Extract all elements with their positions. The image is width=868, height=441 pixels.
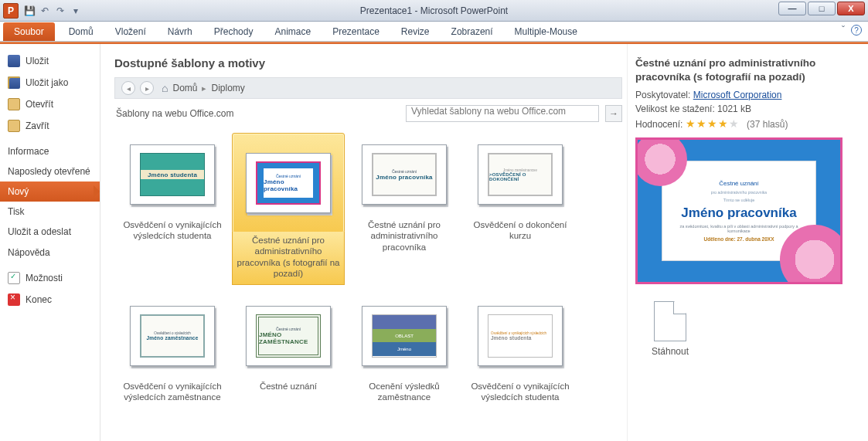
nav-print[interactable]: Tisk — [0, 202, 100, 222]
ribbon-tab-transitions[interactable]: Přechody — [203, 22, 264, 41]
crumb-category[interactable]: Diplomy — [211, 83, 244, 93]
thumb-text: Jméno zaměstnance — [147, 335, 199, 341]
template-caption: Ocenění výsledků zaměstnance — [348, 378, 461, 412]
nav-close-label: Zavřít — [26, 120, 49, 131]
rating-label: Hodnocení: — [635, 119, 682, 130]
details-title: Čestné uznání pro administrativního prac… — [635, 56, 853, 83]
thumb-text: JMÉNO ZAMĚSTNANCE — [259, 331, 318, 345]
ribbon-tab-slideshow[interactable]: Prezentace — [322, 22, 390, 41]
backstage-nav: Uložit Uložit jako Otevřít Zavřít Inform… — [0, 44, 100, 441]
quick-access-toolbar: 💾 ↶ ↷ ▾ — [23, 5, 82, 17]
template-tile[interactable]: Čestné uznáníJméno pracovníka Čestné uzn… — [346, 127, 462, 288]
ribbon-tab-home[interactable]: Domů — [58, 22, 104, 41]
nav-send[interactable]: Uložit a odeslat — [0, 222, 100, 242]
thumb-text: Jméno — [373, 342, 436, 356]
qat-redo-icon[interactable]: ↷ — [54, 5, 66, 17]
template-search-input[interactable]: Vyhledat šablony na webu Office.com — [406, 105, 599, 122]
window-minimize-button[interactable]: — — [778, 2, 806, 15]
help-icon[interactable]: ? — [851, 25, 862, 36]
crumb-home[interactable]: Domů — [172, 83, 197, 93]
nav-save-label: Uložit — [26, 56, 49, 66]
nav-new[interactable]: Nový — [0, 181, 100, 202]
nav-exit[interactable]: Konec — [0, 289, 100, 310]
template-caption: Čestné uznání pro administrativního prac… — [232, 232, 345, 285]
qat-dropdown-icon[interactable]: ▾ — [70, 5, 82, 17]
template-tile[interactable]: Osvědčení o výsledcíchJméno zaměstnance … — [114, 288, 230, 415]
template-tile[interactable]: Jméno studenta Osvědčení o vynikajících … — [114, 127, 230, 288]
ribbon-tab-design[interactable]: Návrh — [157, 22, 203, 41]
nav-forward-button[interactable]: ▸ — [140, 81, 154, 95]
nav-recent[interactable]: Naposledy otevřené — [0, 161, 100, 181]
window-title: Prezentace1 - Microsoft PowerPoint — [0, 5, 868, 16]
nav-help[interactable]: Nápověda — [0, 243, 100, 263]
download-button[interactable]: Stáhnout — [635, 301, 705, 357]
nav-save[interactable]: Uložit — [0, 50, 100, 72]
nav-info[interactable]: Informace — [0, 141, 100, 161]
window-maximize-button[interactable]: □ — [808, 2, 836, 15]
thumb-text: Jméno pracovníka — [376, 174, 432, 181]
thumb-text: Jméno studenta — [148, 171, 197, 178]
rating-stars: ★★★★★ — [686, 117, 740, 130]
template-caption: Osvědčení o vynikajících výsledcích stud… — [464, 378, 577, 412]
ribbon-tab-file[interactable]: Soubor — [3, 22, 55, 41]
thumb-text: Jméno pracovníka — [264, 178, 313, 192]
search-go-button[interactable]: → — [605, 105, 622, 122]
details-pane: Čestné uznání pro administrativního prac… — [627, 44, 868, 441]
nav-options[interactable]: Možnosti — [0, 267, 100, 289]
nav-print-label: Tisk — [8, 206, 25, 217]
template-caption: Osvědčení o dokončení kurzu — [464, 216, 577, 250]
templates-pane: Dostupné šablony a motivy ◂ ▸ ⌂ Domů ▸ D… — [100, 44, 627, 441]
ribbon-tab-multiple-mouse[interactable]: Multiple-Mouse — [504, 22, 588, 41]
nav-options-label: Možnosti — [26, 273, 63, 283]
nav-save-as[interactable]: Uložit jako — [0, 72, 100, 93]
template-grid: Jméno studenta Osvědčení o vynikajících … — [114, 127, 622, 415]
open-icon — [8, 98, 20, 110]
save-icon — [8, 55, 20, 67]
exit-icon — [8, 293, 20, 306]
qat-save-icon[interactable]: 💾 — [23, 5, 36, 17]
ribbon-tab-insert[interactable]: Vložení — [104, 22, 157, 41]
template-tile[interactable]: Osvědčení o vynikajících výsledcíchJméno… — [462, 288, 578, 415]
ribbon-tab-review[interactable]: Revize — [390, 22, 441, 41]
nav-back-button[interactable]: ◂ — [121, 81, 135, 95]
provider-link[interactable]: Microsoft Corporation — [693, 90, 782, 100]
ribbon-minimize-icon[interactable]: ˇ — [842, 25, 845, 36]
rating-votes: (37 hlasů) — [747, 119, 788, 130]
app-icon: P — [3, 3, 19, 19]
title-bar: P 💾 ↶ ↷ ▾ Prezentace1 - Microsoft PowerP… — [0, 0, 868, 22]
template-caption: Osvědčení o vynikajících výsledcích zamě… — [116, 378, 229, 412]
crumb-separator-icon: ▸ — [202, 83, 206, 93]
nav-open-label: Otevřít — [26, 99, 53, 110]
preview-date: Uděleno dne: 27. dubna 20XX — [703, 236, 774, 242]
thumb-text: >OSVĚDČENÍ O DOKONČENÍ — [489, 172, 551, 181]
template-tile[interactable]: OBLASTJméno Ocenění výsledků zaměstnance — [346, 288, 462, 415]
template-tile-selected[interactable]: Čestné uznáníJméno pracovníka Čestné uzn… — [230, 127, 346, 288]
nav-open[interactable]: Otevřít — [0, 93, 100, 115]
close-doc-icon — [8, 120, 20, 132]
nav-close-doc[interactable]: Zavřít — [0, 115, 100, 137]
size-value: 1021 kB — [717, 103, 751, 114]
template-caption: Čestné uznání pro administrativního prac… — [348, 216, 461, 254]
nav-new-label: Nový — [8, 186, 29, 197]
nav-saveas-label: Uložit jako — [26, 77, 68, 88]
download-label: Stáhnout — [635, 346, 705, 357]
template-tile[interactable]: Čestné uznáníJMÉNO ZAMĚSTNANCE Čestné uz… — [230, 288, 346, 415]
template-preview: Čestné uznání pro administrativního prac… — [635, 137, 842, 284]
ribbon-tab-animations[interactable]: Animace — [264, 22, 322, 41]
thumb-text: Jméno studenta — [491, 335, 532, 341]
provider-label: Poskytovatel: — [635, 90, 690, 100]
ribbon-tab-view[interactable]: Zobrazení — [441, 22, 504, 41]
qat-undo-icon[interactable]: ↶ — [39, 5, 51, 17]
preview-subtitle: Čestné uznání — [719, 180, 759, 187]
templates-heading: Dostupné šablony a motivy — [114, 56, 622, 70]
template-source-label: Šablony na webu Office.com — [114, 105, 236, 122]
nav-help-label: Nápověda — [8, 247, 50, 258]
nav-exit-label: Konec — [26, 294, 52, 305]
breadcrumb-bar: ◂ ▸ ⌂ Domů ▸ Diplomy — [114, 77, 622, 99]
home-icon[interactable]: ⌂ — [162, 82, 168, 94]
template-tile[interactable]: Jméno zaměstnancev>OSVĚDČENÍ O DOKONČENÍ… — [462, 127, 578, 288]
ribbon: Soubor Domů Vložení Návrh Přechody Anima… — [0, 22, 868, 42]
window-close-button[interactable]: X — [837, 2, 865, 15]
size-label: Velikost ke stažení: — [635, 103, 715, 114]
nav-send-label: Uložit a odeslat — [8, 226, 71, 237]
